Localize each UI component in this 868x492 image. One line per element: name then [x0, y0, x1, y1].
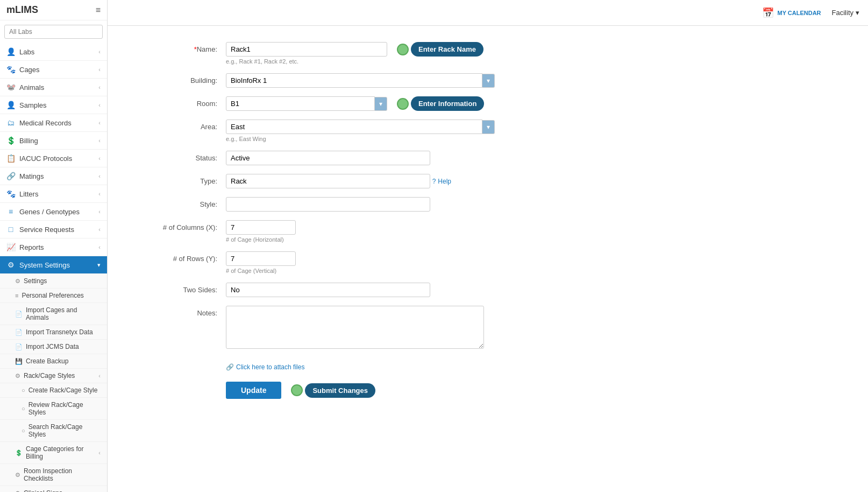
columns-input[interactable]	[226, 220, 296, 235]
sub-item-import-cages[interactable]: 📄 Import Cages and Animals	[0, 303, 107, 325]
review-rack-style-label: Review Rack/Cage Styles	[29, 401, 101, 416]
sidebar: mLIMS ≡ 👤 Labs ‹ 🐾 Cages ‹ 🐭 Animals ‹ 👤…	[0, 0, 108, 492]
litters-label: Litters	[19, 190, 38, 198]
help-link[interactable]: ? Help	[432, 178, 451, 185]
rows-input[interactable]	[226, 251, 296, 266]
cage-categories-chevron: ‹	[98, 449, 101, 456]
building-input-group: ▾	[226, 73, 495, 88]
room-field: ▾ Enter Information	[226, 96, 495, 111]
two-sides-row: Two Sides:	[140, 283, 836, 297]
type-label: Type:	[140, 174, 226, 185]
create-backup-icon: 💾	[15, 358, 23, 365]
sub-item-review-rack-style[interactable]: ○ Review Rack/Cage Styles Rack Styles Me…	[0, 398, 107, 420]
building-dropdown-btn[interactable]: ▾	[482, 74, 495, 88]
status-input[interactable]	[226, 151, 430, 165]
sidebar-item-billing[interactable]: 💲 Billing ‹	[0, 132, 107, 150]
sub-item-create-backup[interactable]: 💾 Create Backup	[0, 354, 107, 369]
sidebar-item-service[interactable]: □ Service Requests ‹	[0, 221, 107, 238]
sub-item-settings[interactable]: ⚙ Settings	[0, 274, 107, 289]
sidebar-item-system-settings[interactable]: ⚙ System Settings ▾	[0, 256, 107, 274]
cage-categories-label: Cage Categories for Billing	[26, 445, 98, 460]
sidebar-item-medical-records[interactable]: 🗂 Medical Records ‹	[0, 114, 107, 132]
sidebar-item-labs[interactable]: 👤 Labs ‹	[0, 43, 107, 61]
two-sides-field	[226, 283, 495, 297]
name-tooltip-bubble: Enter Rack Name	[411, 42, 483, 57]
rows-row: # of Rows (Y): # of Cage (Vertical)	[140, 251, 836, 274]
building-input[interactable]	[226, 73, 482, 88]
room-input[interactable]	[226, 96, 375, 111]
clinical-signs-icon: ⚙	[15, 490, 20, 493]
room-tooltip-bubble: Enter Information	[411, 96, 484, 111]
facility-label: Facility	[832, 9, 853, 17]
type-input[interactable]	[226, 174, 430, 188]
update-button[interactable]: Update	[226, 382, 281, 399]
submit-tooltip-container: Submit Changes	[287, 383, 375, 398]
notes-textarea[interactable]	[226, 306, 484, 349]
sub-item-cage-categories[interactable]: 💲 Cage Categories for Billing ‹	[0, 442, 107, 464]
columns-field: # of Cage (Horizontal)	[226, 220, 495, 243]
room-tooltip-dot	[397, 98, 409, 110]
area-dropdown-btn[interactable]: ▾	[482, 120, 495, 134]
sub-item-rack-cage-styles[interactable]: ⚙ Rack/Cage Styles ‹	[0, 369, 107, 383]
review-rack-style-icon: ○	[22, 405, 25, 412]
sub-item-personal-prefs[interactable]: ≡ Personal Preferences	[0, 289, 107, 303]
rack-cage-styles-icon: ⚙	[15, 372, 20, 379]
style-input[interactable]	[226, 197, 430, 212]
area-input[interactable]	[226, 120, 482, 134]
main-area: 📅 MY CALENDAR Facility ▾ *Name: Enter Ra…	[108, 0, 868, 492]
sub-item-search-rack-style[interactable]: ○ Search Rack/Cage Styles	[0, 420, 107, 442]
status-label: Status:	[140, 151, 226, 162]
help-icon: ?	[432, 178, 436, 185]
medical-records-label: Medical Records	[19, 119, 72, 127]
sub-item-clinical-signs[interactable]: ⚙ Clinical Signs ‹	[0, 486, 107, 492]
calendar-icon: 📅	[762, 7, 774, 19]
settings-label: Settings	[24, 277, 47, 285]
notes-label: Notes:	[140, 306, 226, 317]
room-inspection-label: Room Inspection Checklists	[24, 467, 101, 482]
animals-chevron: ‹	[98, 84, 101, 90]
two-sides-input[interactable]	[226, 283, 430, 297]
sidebar-item-iacuc[interactable]: 📋 IACUC Protocols ‹	[0, 150, 107, 167]
facility-chevron: ▾	[856, 9, 859, 17]
matings-chevron: ‹	[98, 173, 101, 179]
name-tooltip-dot	[397, 44, 409, 55]
sidebar-item-genes[interactable]: ≡ Genes / Genotypes ‹	[0, 203, 107, 221]
cages-chevron: ‹	[98, 66, 101, 73]
cages-label: Cages	[19, 66, 40, 74]
cage-categories-icon: 💲	[15, 449, 23, 456]
sidebar-item-litters[interactable]: 🐾 Litters ‹	[0, 185, 107, 203]
sub-item-import-jcms[interactable]: 📄 Import JCMS Data	[0, 340, 107, 354]
attach-link[interactable]: 🔗 Click here to attach files	[226, 363, 304, 371]
service-chevron: ‹	[98, 226, 101, 233]
sidebar-item-samples[interactable]: 👤 Samples ‹	[0, 96, 107, 114]
name-input[interactable]	[226, 42, 387, 57]
topbar: 📅 MY CALENDAR Facility ▾	[108, 0, 868, 26]
iacuc-label: IACUC Protocols	[19, 154, 72, 163]
rack-cage-styles-label: Rack/Cage Styles	[24, 372, 75, 379]
style-label: Style:	[140, 197, 226, 208]
sidebar-item-matings[interactable]: 🔗 Matings ‹	[0, 167, 107, 185]
sidebar-item-cages[interactable]: 🐾 Cages ‹	[0, 61, 107, 79]
sub-item-create-rack-style[interactable]: ○ Create Rack/Cage Style	[0, 383, 107, 398]
building-field: ▾	[226, 73, 495, 88]
name-label: *Name:	[140, 42, 226, 53]
import-cages-label: Import Cages and Animals	[26, 306, 101, 321]
area-label: Area:	[140, 120, 226, 131]
labs-label: Labs	[19, 48, 34, 56]
calendar-button[interactable]: 📅 MY CALENDAR	[762, 7, 821, 19]
columns-row: # of Columns (X): # of Cage (Horizontal)	[140, 220, 836, 243]
all-labs-input[interactable]	[4, 25, 103, 39]
content-area: *Name: Enter Rack Name e.g., Rack #1, Ra…	[108, 26, 868, 492]
room-dropdown-btn[interactable]: ▾	[375, 97, 387, 111]
sidebar-item-reports[interactable]: 📈 Reports ‹	[0, 238, 107, 256]
sidebar-item-animals[interactable]: 🐭 Animals ‹	[0, 79, 107, 96]
iacuc-icon: 📋	[6, 154, 15, 163]
sub-item-import-transnetyx[interactable]: 📄 Import Transnetyx Data	[0, 325, 107, 340]
facility-button[interactable]: Facility ▾	[832, 9, 859, 17]
building-row: Building: ▾	[140, 73, 836, 88]
help-label: Help	[438, 178, 451, 185]
sub-item-room-inspection[interactable]: ⚙ Room Inspection Checklists	[0, 464, 107, 486]
hamburger-icon[interactable]: ≡	[96, 5, 101, 15]
status-field	[226, 151, 495, 165]
create-rack-style-label: Create Rack/Cage Style	[29, 386, 98, 394]
